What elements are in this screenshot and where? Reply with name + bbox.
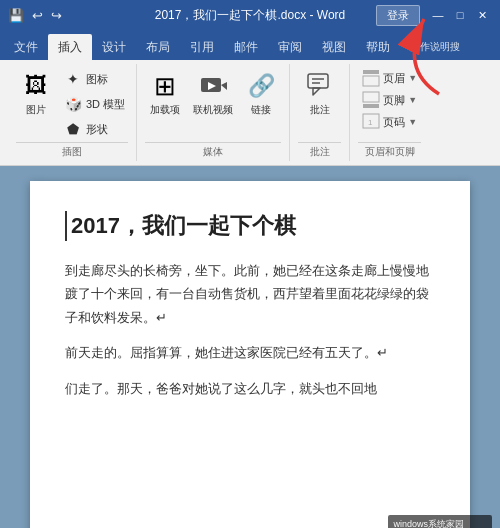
ribbon-item-3d[interactable]: 🎲 3D 模型 bbox=[60, 93, 128, 115]
pagenumber-icon: 1 bbox=[362, 113, 380, 131]
svg-text:1: 1 bbox=[368, 118, 373, 127]
links-label: 链接 bbox=[251, 103, 271, 117]
shapes-label: 形状 bbox=[86, 122, 108, 137]
close-button[interactable]: ✕ bbox=[472, 6, 492, 24]
headerfooter-group-label: 页眉和页脚 bbox=[358, 142, 421, 159]
illustrations-items: 🖼 图片 ✦ 图标 🎲 3D 模型 ⬟ 形状 bbox=[16, 66, 128, 140]
quick-redo-button[interactable]: ↪ bbox=[51, 8, 62, 23]
ribbon-group-media: ⊞ 加载项 联机视频 🔗 链接 媒体 bbox=[137, 64, 290, 161]
onlinevideo-icon bbox=[197, 70, 229, 102]
svg-rect-8 bbox=[363, 76, 379, 86]
red-arrow bbox=[379, 9, 459, 103]
ribbon-item-comment[interactable]: 批注 bbox=[300, 68, 340, 119]
svg-marker-4 bbox=[313, 88, 320, 95]
image-label: 图片 bbox=[26, 103, 46, 117]
ribbon-item-icon[interactable]: ✦ 图标 bbox=[60, 68, 128, 90]
pagenumber-label: 页码 bbox=[383, 115, 405, 130]
comment-icon bbox=[304, 70, 336, 102]
tab-design[interactable]: 设计 bbox=[92, 34, 136, 60]
illustrations-group-label: 插图 bbox=[16, 142, 128, 159]
tab-mail[interactable]: 邮件 bbox=[224, 34, 268, 60]
3d-label: 3D 模型 bbox=[86, 97, 125, 112]
svg-rect-10 bbox=[363, 104, 379, 108]
addins-icon: ⊞ bbox=[149, 70, 181, 102]
media-group-label: 媒体 bbox=[145, 142, 281, 159]
icon-icon: ✦ bbox=[63, 69, 83, 89]
tab-insert[interactable]: 插入 bbox=[48, 34, 92, 60]
svg-rect-9 bbox=[363, 92, 379, 102]
watermark-text: windows系统家园 bbox=[393, 519, 464, 528]
onlinevideo-label: 联机视频 bbox=[193, 103, 233, 117]
tab-review[interactable]: 审阅 bbox=[268, 34, 312, 60]
document-title-text: 2017，我们一起下个棋 bbox=[65, 211, 435, 241]
header-icon bbox=[362, 69, 380, 87]
ribbon-item-onlinevideo[interactable]: 联机视频 bbox=[189, 68, 237, 119]
ribbon-group-headerfooter: 页眉 ▼ 页脚 ▼ 1 页码 ▼ bbox=[350, 64, 429, 161]
icon-label: 图标 bbox=[86, 72, 108, 87]
links-icon: 🔗 bbox=[245, 70, 277, 102]
ribbon-item-addins[interactable]: ⊞ 加载项 bbox=[145, 68, 185, 119]
paragraph-2: 前天走的。屈指算算，她住进这家医院已经有五天了。↵ bbox=[65, 341, 435, 364]
addins-label: 加载项 bbox=[150, 103, 180, 117]
document-area: 2017，我们一起下个棋 到走廊尽头的长椅旁，坐下。此前，她已经在这条走廊上慢慢… bbox=[0, 166, 500, 528]
comments-items: 批注 bbox=[300, 66, 340, 140]
paragraph-1: 到走廊尽头的长椅旁，坐下。此前，她已经在这条走廊上慢慢地踱了十个来回，有一台自动… bbox=[65, 259, 435, 329]
document-title: 2017，我们一起下个棋.docx - Word bbox=[155, 7, 346, 24]
svg-rect-7 bbox=[363, 70, 379, 74]
ribbon-group-comments: 批注 批注 bbox=[290, 64, 350, 161]
tab-file[interactable]: 文件 bbox=[4, 34, 48, 60]
document-page: 2017，我们一起下个棋 到走廊尽头的长椅旁，坐下。此前，她已经在这条走廊上慢慢… bbox=[30, 181, 470, 528]
paragraph-3: 们走了。那天，爸爸对她说了这么几字，就头也不回地 bbox=[65, 377, 435, 400]
quick-undo-button[interactable]: ↩ bbox=[32, 8, 43, 23]
3d-icon: 🎲 bbox=[63, 94, 83, 114]
comments-group-label: 批注 bbox=[298, 142, 341, 159]
ribbon-item-pagenumber[interactable]: 1 页码 ▼ bbox=[358, 112, 421, 132]
tab-layout[interactable]: 布局 bbox=[136, 34, 180, 60]
main-area: 2017，我们一起下个棋 到走廊尽头的长椅旁，坐下。此前，她已经在这条走廊上慢慢… bbox=[0, 166, 500, 528]
image-icon: 🖼 bbox=[20, 70, 52, 102]
tab-references[interactable]: 引用 bbox=[180, 34, 224, 60]
ribbon-item-links[interactable]: 🔗 链接 bbox=[241, 68, 281, 119]
ribbon-item-image[interactable]: 🖼 图片 bbox=[16, 68, 56, 119]
ribbon-group-illustrations: 🖼 图片 ✦ 图标 🎲 3D 模型 ⬟ 形状 插图 bbox=[8, 64, 137, 161]
watermark: windows系统家园 www.xitongjiayuan.com bbox=[388, 515, 492, 528]
svg-rect-3 bbox=[308, 74, 328, 88]
media-items: ⊞ 加载项 联机视频 🔗 链接 bbox=[145, 66, 281, 140]
ribbon-item-shapes[interactable]: ⬟ 形状 bbox=[60, 118, 128, 140]
tab-view[interactable]: 视图 bbox=[312, 34, 356, 60]
svg-marker-1 bbox=[221, 82, 227, 90]
footer-icon bbox=[362, 91, 380, 109]
shapes-icon: ⬟ bbox=[63, 119, 83, 139]
comment-label: 批注 bbox=[310, 103, 330, 117]
quick-save-button[interactable]: 💾 bbox=[8, 8, 24, 23]
ribbon-content: 🖼 图片 ✦ 图标 🎲 3D 模型 ⬟ 形状 插图 bbox=[0, 60, 500, 166]
